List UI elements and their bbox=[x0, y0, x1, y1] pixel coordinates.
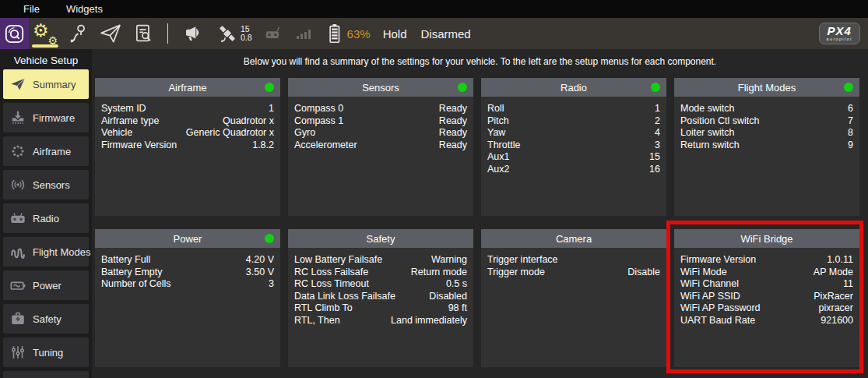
card-title: Flight Modes bbox=[738, 82, 796, 94]
summary-card-wifi-bridge[interactable]: WiFi BridgeFirmware Version1.0.11WiFi Mo… bbox=[674, 229, 859, 367]
sidebar-item-power[interactable]: Power bbox=[3, 270, 89, 300]
row-label: Trigger interface bbox=[487, 254, 558, 267]
sidebar-item-sensors[interactable]: Sensors bbox=[3, 170, 89, 200]
row-value: 98 ft bbox=[448, 302, 467, 315]
summary-row: RTL, ThenLand immediately bbox=[294, 315, 467, 327]
px4-logo-text: PX4 bbox=[828, 25, 852, 37]
paper-plane-icon bbox=[99, 22, 122, 45]
tab-plan[interactable] bbox=[61, 18, 94, 49]
rc-indicator[interactable] bbox=[263, 18, 283, 49]
battery-indicator[interactable]: 63% bbox=[324, 18, 371, 49]
flight-mode-button[interactable]: Hold bbox=[383, 18, 407, 49]
summary-card-power[interactable]: PowerBattery Full4.20 VBattery Empty3.50… bbox=[95, 229, 280, 367]
row-value: Return mode bbox=[411, 267, 467, 279]
sidebar-item-label: Sensors bbox=[33, 179, 70, 191]
sidebar-items: SummaryFirmwareAirframeSensorsRadioFligh… bbox=[3, 69, 89, 378]
sidebar-item-camera[interactable]: Camera bbox=[3, 371, 89, 378]
sidebar-item-firmware[interactable]: Firmware bbox=[3, 103, 89, 132]
armed-state-button[interactable]: Disarmed bbox=[421, 18, 471, 49]
row-value: pixracer bbox=[819, 302, 853, 315]
row-label: Compass 1 bbox=[294, 115, 343, 128]
row-label: WiFi AP SSID bbox=[680, 291, 740, 303]
sidebar-item-label: Safety bbox=[33, 313, 61, 325]
summary-card-sensors[interactable]: SensorsCompass 0ReadyCompass 1ReadyGyroR… bbox=[288, 78, 473, 216]
row-value: 3 bbox=[269, 278, 274, 291]
qgc-logo-button[interactable] bbox=[0, 18, 29, 49]
sidebar-item-tuning[interactable]: Tuning bbox=[3, 337, 89, 367]
row-value: Quadrotor x bbox=[223, 115, 274, 128]
battery-percent: 63% bbox=[347, 27, 371, 41]
power-battery-icon bbox=[9, 276, 27, 295]
audio-indicator[interactable] bbox=[183, 18, 205, 49]
gears-icon: ⚙ ⚙ bbox=[33, 22, 58, 45]
row-label: Compass 0 bbox=[294, 103, 343, 115]
card-title: WiFi Bridge bbox=[740, 233, 792, 245]
row-label: RTL Climb To bbox=[294, 302, 353, 315]
summary-panel: Below you will find a summary of the set… bbox=[92, 49, 868, 378]
menu-file[interactable]: File bbox=[23, 3, 40, 15]
row-value: 9 bbox=[848, 140, 853, 152]
sidebar-item-label: Firmware bbox=[33, 112, 75, 124]
row-value: 0.5 s bbox=[446, 278, 467, 291]
card-body: Compass 0ReadyCompass 1ReadyGyroReadyAcc… bbox=[288, 97, 473, 151]
card-header-wifi-bridge: WiFi Bridge bbox=[674, 229, 859, 248]
sidebar-item-radio[interactable]: Radio bbox=[3, 203, 89, 233]
tab-vehicle-setup[interactable]: ⚙ ⚙ bbox=[29, 18, 61, 49]
summary-card-radio[interactable]: RadioRoll1Pitch2Yaw4Throttle3Aux115Aux21… bbox=[481, 78, 666, 216]
summary-row: Aux216 bbox=[487, 164, 660, 176]
sidebar-item-flight-modes[interactable]: Flight Modes bbox=[3, 237, 89, 267]
row-label: WiFi Channel bbox=[680, 278, 739, 291]
summary-row: Aux115 bbox=[487, 151, 660, 164]
summary-row: UART Baud Rate921600 bbox=[680, 315, 853, 327]
card-body: System ID1Airframe typeQuadrotor xVehicl… bbox=[95, 97, 280, 151]
row-label: Aux1 bbox=[487, 151, 510, 164]
summary-row: RC Loss Timeout0.5 s bbox=[294, 278, 467, 291]
summary-row: Return switch9 bbox=[680, 140, 853, 152]
card-title: Sensors bbox=[362, 82, 399, 94]
summary-row: Battery Full4.20 V bbox=[101, 254, 274, 267]
sidebar-item-summary[interactable]: Summary bbox=[3, 69, 89, 99]
row-value: 3 bbox=[655, 140, 660, 152]
summary-card-flight-modes[interactable]: Flight ModesMode switch6Position Ctl swi… bbox=[674, 78, 859, 216]
summary-card-safety[interactable]: SafetyLow Battery FailsafeWarningRC Loss… bbox=[288, 229, 473, 367]
menu-widgets[interactable]: Widgets bbox=[66, 3, 103, 15]
summary-card-airframe[interactable]: AirframeSystem ID1Airframe typeQuadrotor… bbox=[95, 78, 280, 216]
flight-modes-icon bbox=[9, 242, 27, 261]
summary-cards-grid: AirframeSystem ID1Airframe typeQuadrotor… bbox=[95, 78, 859, 367]
card-title: Airframe bbox=[168, 82, 206, 94]
telemetry-indicator[interactable] bbox=[294, 18, 313, 49]
vehicle-setup-sidebar: Vehicle Setup SummaryFirmwareAirframeSen… bbox=[0, 49, 92, 378]
card-title: Camera bbox=[556, 233, 592, 245]
row-label: Firmware Version bbox=[101, 140, 177, 152]
qgc-logo-icon bbox=[4, 23, 25, 44]
summary-row: AccelerometerReady bbox=[294, 140, 467, 152]
row-label: Low Battery Failsafe bbox=[294, 254, 382, 267]
summary-row: Airframe typeQuadrotor x bbox=[101, 115, 274, 128]
sidebar-item-airframe[interactable]: Airframe bbox=[3, 136, 89, 166]
tab-fly[interactable] bbox=[94, 18, 127, 49]
rc-transmitter-icon bbox=[263, 23, 283, 44]
summary-row: Compass 0Ready bbox=[294, 103, 467, 115]
sidebar-item-safety[interactable]: Safety bbox=[3, 304, 89, 334]
summary-row: Trigger modeDisable bbox=[487, 267, 660, 279]
summary-card-camera[interactable]: CameraTrigger interfaceTrigger modeDisab… bbox=[481, 229, 666, 367]
row-label: Pitch bbox=[487, 115, 509, 128]
row-label: Number of Cells bbox=[101, 278, 171, 291]
px4-autopilot-logo: PX4 autopilot bbox=[819, 23, 860, 45]
battery-icon bbox=[324, 22, 344, 45]
card-header-power: Power bbox=[95, 229, 280, 248]
gps-hdop: 0.8 bbox=[241, 34, 252, 42]
safety-kit-icon bbox=[9, 309, 27, 328]
row-label: Return switch bbox=[680, 140, 740, 152]
document-search-icon bbox=[132, 23, 154, 44]
status-ok-icon bbox=[265, 234, 274, 243]
status-ok-icon bbox=[458, 83, 467, 92]
sidebar-item-label: Power bbox=[33, 280, 61, 291]
tab-analyze[interactable] bbox=[127, 18, 160, 49]
airframe-icon bbox=[9, 142, 27, 161]
gps-indicator[interactable]: 15 0.8 bbox=[216, 18, 252, 49]
summary-row: VehicleGeneric Quadrotor x bbox=[101, 127, 274, 140]
gps-satellite-icon bbox=[216, 22, 239, 45]
row-label: Gyro bbox=[294, 127, 315, 140]
row-label: Mode switch bbox=[680, 103, 734, 115]
